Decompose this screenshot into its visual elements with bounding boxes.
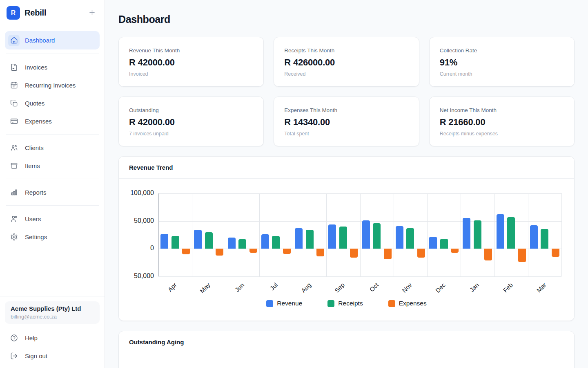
bar-expenses-feb [518, 249, 526, 262]
credit-card-icon [8, 115, 20, 127]
legend-item-expenses[interactable]: Expenses [388, 300, 427, 307]
stat-value: R 21660.00 [440, 117, 564, 128]
legend-item-revenue[interactable]: Revenue [266, 300, 302, 307]
bar-receipts-dec [440, 239, 448, 249]
plot-area [158, 193, 561, 276]
stat-value: R 14340.00 [284, 117, 408, 128]
stat-value: R 42000.00 [129, 57, 253, 68]
bar-receipts-jul [272, 236, 280, 249]
bar-receipts-jan [474, 220, 481, 249]
app-name: Rebill [24, 8, 87, 18]
add-button[interactable] [87, 8, 97, 18]
bar-expenses-dec [451, 249, 459, 253]
stat-subtext: Current month [440, 71, 564, 77]
main-content: Dashboard Revenue This MonthR 42000.00In… [105, 0, 588, 368]
log-out-icon [8, 350, 20, 361]
sidebar-item-label: Quotes [25, 100, 45, 107]
x-tick-label: Feb [496, 281, 514, 300]
bar-receipts-feb [507, 217, 515, 249]
bar-expenses-oct [384, 249, 392, 259]
legend-swatch-revenue [266, 300, 273, 307]
sidebar-item-invoices[interactable]: Invoices [5, 58, 100, 76]
sidebar-item-settings[interactable]: Settings [5, 228, 100, 246]
bar-expenses-nov [417, 249, 425, 258]
revenue-trend-panel: Revenue Trend 100,00050,000050,000AprMay… [118, 156, 575, 321]
gridline-vertical [192, 193, 192, 276]
sidebar-item-label: Invoices [25, 64, 47, 71]
sidebar-item-items[interactable]: Items [5, 157, 100, 175]
stat-label: Receipts This Month [284, 47, 408, 54]
stats-grid: Revenue This MonthR 42000.00InvoicedRece… [118, 37, 575, 146]
bar-expenses-jul [283, 249, 291, 254]
x-tick-label: Sep [328, 281, 346, 300]
footer-item-label: Help [25, 334, 38, 341]
outstanding-aging-title: Outstanding Aging [129, 339, 184, 346]
revenue-trend-title: Revenue Trend [129, 164, 173, 171]
x-tick-label: Jul [261, 281, 279, 300]
footer-item-label: Sign out [25, 352, 47, 359]
bar-revenue-nov [396, 226, 403, 249]
stat-subtext: 7 invoices unpaid [129, 131, 253, 137]
sidebar-item-label: Settings [25, 233, 47, 240]
bar-expenses-aug [316, 249, 324, 256]
bar-receipts-may [205, 232, 213, 249]
sidebar-item-label: Recurring Invoices [25, 82, 76, 89]
sidebar-divider [6, 179, 99, 179]
stat-card-expenses-this-month: Expenses This MonthR 14340.00Total spent [274, 96, 419, 146]
archive-icon [8, 160, 20, 171]
sidebar-item-dashboard[interactable]: Dashboard [5, 31, 100, 49]
bar-revenue-dec [429, 237, 437, 249]
bar-expenses-jun [249, 249, 257, 253]
legend-label: Receipts [338, 300, 363, 307]
stat-label: Collection Rate [440, 47, 564, 54]
organization-card[interactable]: Acme Supplies (Pty) Ltd billing@acme.co.… [5, 301, 100, 324]
stat-label: Outstanding [129, 107, 253, 113]
gridline-vertical [326, 193, 327, 276]
bar-receipts-mar [541, 229, 548, 249]
sidebar-divider [6, 134, 99, 135]
calendar-icon [8, 79, 20, 91]
bar-revenue-apr [160, 234, 168, 249]
legend-label: Revenue [277, 300, 302, 307]
sidebar-item-recurring-invoices[interactable]: Recurring Invoices [5, 76, 100, 94]
stat-value: 91% [440, 57, 564, 68]
gear-icon [8, 231, 20, 242]
stat-card-receipts-this-month: Receipts This MonthR 426000.00Received [274, 37, 419, 87]
page-title: Dashboard [118, 13, 575, 25]
sidebar-item-clients[interactable]: Clients [5, 139, 100, 157]
y-tick-label: 50,000 [119, 272, 154, 280]
help-button[interactable]: Help [5, 329, 100, 347]
x-tick-label: Jun [227, 281, 245, 300]
bar-revenue-jul [261, 234, 269, 249]
bar-receipts-jun [238, 239, 246, 249]
sidebar-item-label: Expenses [25, 118, 52, 125]
bar-revenue-sep [328, 224, 336, 249]
sign-out-button[interactable]: Sign out [5, 347, 100, 365]
sidebar-divider [6, 54, 99, 54]
gridline-vertical [494, 193, 495, 276]
sidebar-item-reports[interactable]: Reports [5, 183, 100, 201]
legend-item-receipts[interactable]: Receipts [327, 300, 363, 307]
bar-expenses-sep [350, 249, 358, 258]
sidebar-divider [6, 205, 99, 206]
sidebar-item-quotes[interactable]: Quotes [5, 94, 100, 112]
bar-expenses-apr [182, 249, 190, 254]
sidebar-item-label: Items [25, 162, 40, 169]
gridline-vertical [394, 193, 394, 276]
x-tick-label: Mar [529, 281, 548, 300]
bar-revenue-jan [463, 218, 470, 249]
bar-chart-icon [8, 186, 20, 198]
bar-revenue-jun [228, 238, 236, 249]
sidebar-item-users[interactable]: Users [5, 210, 100, 228]
y-tick-label: 100,000 [119, 189, 154, 197]
x-tick-label: Aug [294, 281, 313, 300]
sidebar-item-expenses[interactable]: Expenses [5, 112, 100, 130]
users-group-icon [8, 142, 20, 153]
app-logo-initial: R [11, 9, 16, 17]
stat-value: R 426000.00 [284, 57, 408, 68]
revenue-trend-chart: 100,00050,000050,000AprMayJunJulAugSepOc… [119, 179, 574, 321]
gridline-vertical [561, 193, 562, 276]
home-icon [8, 35, 20, 46]
sidebar-bottom: Acme Supplies (Pty) Ltd billing@acme.co.… [0, 296, 105, 368]
app-root: R Rebill DashboardInvoicesRecurring Invo… [0, 0, 588, 368]
